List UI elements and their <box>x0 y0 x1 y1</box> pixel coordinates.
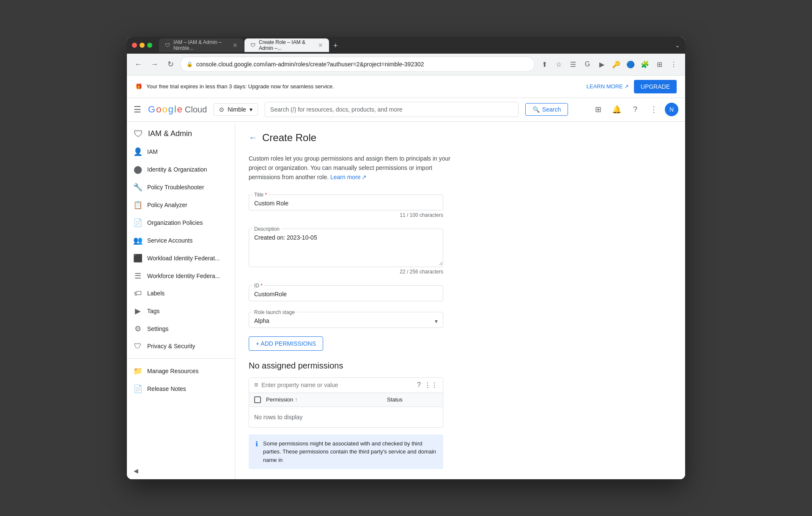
extension-icon1[interactable]: ▶ <box>595 58 608 71</box>
top-nav-right: ⊞ 🔔 ? ⋮ N <box>590 102 678 117</box>
workload-identity-icon: ⬛ <box>134 254 142 263</box>
search-bar-placeholder: Search (/) for resources, docs, products… <box>270 106 403 113</box>
role-launch-stage-fieldset: Role launch stage Alpha Beta General Ava… <box>249 310 443 328</box>
sidebar-item-policy-troubleshooter[interactable]: 🔧 Policy Troubleshooter <box>127 178 231 196</box>
title-input[interactable] <box>249 197 443 210</box>
release-notes-icon: 📄 <box>134 384 142 393</box>
collapse-icon: ◀ <box>134 467 138 474</box>
table-empty-message: No rows to display <box>249 407 443 427</box>
console-icon[interactable]: ⊞ <box>590 102 606 117</box>
select-all-checkbox[interactable] <box>254 396 261 403</box>
back-button[interactable]: ← <box>249 133 257 142</box>
global-search-button[interactable]: 🔍 Search <box>525 103 568 116</box>
tab-create-role-close[interactable]: ✕ <box>318 42 323 48</box>
project-name: Nimble <box>228 106 246 113</box>
top-nav: ☰ Google Cloud ⊙ Nimble ▾ Search (/) for… <box>127 98 685 122</box>
sidebar-title: IAM & Admin <box>148 129 192 138</box>
sidebar-iam-label: IAM <box>147 148 158 155</box>
title-required-star: * <box>265 192 267 198</box>
page-description: Custom roles let you group permissions a… <box>249 154 460 182</box>
tab-create-role-favicon: 🛡 <box>250 42 255 48</box>
learn-more-link[interactable]: LEARN MORE ↗ <box>587 83 629 90</box>
sidebar-item-service-accounts[interactable]: 👥 Service Accounts <box>127 232 231 249</box>
forward-nav-button[interactable]: → <box>148 58 161 71</box>
sidebar-item-workload-identity[interactable]: ⬛ Workload Identity Federat... <box>127 249 231 267</box>
columns-icon[interactable]: ⋮⋮ <box>424 381 438 389</box>
tab-iam-close[interactable]: ✕ <box>233 42 238 48</box>
manage-resources-icon: 📁 <box>134 366 142 376</box>
role-launch-stage-select-wrapper: Alpha Beta General Availability Disabled… <box>249 315 443 328</box>
title-bar: 🛡 IAM – IAM & Admin – Nimble... ✕ 🛡 Crea… <box>127 37 685 54</box>
workforce-identity-icon: ☰ <box>134 271 142 281</box>
project-selector[interactable]: ⊙ Nimble ▾ <box>214 103 258 116</box>
sidebar-item-labels[interactable]: 🏷 Labels <box>127 285 231 302</box>
tab-iam[interactable]: 🛡 IAM – IAM & Admin – Nimble... ✕ <box>159 38 244 52</box>
gift-icon: 🎁 <box>135 83 142 90</box>
tab-create-role[interactable]: 🛡 Create Role – IAM & Admin –... ✕ <box>244 38 329 52</box>
banner-left: 🎁 Your free trial expires in less than 3… <box>135 83 334 90</box>
help-icon[interactable]: ? <box>628 102 643 117</box>
more-options-icon[interactable]: ⋮ <box>667 58 680 71</box>
notifications-icon[interactable]: 🔔 <box>609 102 624 117</box>
extension-icon2[interactable]: 🔑 <box>610 58 623 71</box>
permission-col-label: Permission <box>266 396 293 403</box>
id-field-group: ID * <box>249 283 443 301</box>
sidebar-item-identity-org[interactable]: ⬤ Identity & Organization <box>127 161 231 178</box>
new-tab-button[interactable]: + <box>330 40 341 52</box>
help-tooltip-icon[interactable]: ? <box>417 381 421 389</box>
description-field-legend: Description <box>252 227 281 232</box>
sidebar-item-manage-resources[interactable]: 📁 Manage Resources <box>127 362 231 380</box>
role-launch-stage-select[interactable]: Alpha Beta General Availability Disabled <box>249 315 443 328</box>
add-permissions-button[interactable]: + ADD PERMISSIONS <box>249 336 323 351</box>
sidebar-item-org-policies[interactable]: 📄 Organization Policies <box>127 214 231 232</box>
user-avatar[interactable]: N <box>665 103 678 116</box>
role-launch-stage-legend: Role launch stage <box>252 310 296 315</box>
learn-more-link[interactable]: Learn more ↗ <box>330 172 367 182</box>
url-bar[interactable]: 🔒 console.cloud.google.com/iam-admin/rol… <box>180 57 535 72</box>
traffic-lights <box>132 43 152 48</box>
description-textarea[interactable]: Created on: 2023-10-05 <box>249 232 443 265</box>
close-button[interactable] <box>132 43 137 48</box>
sidebar-collapse-button[interactable]: ◀ <box>127 462 235 479</box>
org-policies-icon: 📄 <box>134 218 142 227</box>
policy-troubleshooter-icon: 🔧 <box>134 183 142 192</box>
upgrade-button[interactable]: UPGRADE <box>634 80 677 93</box>
sidebar-org-policies-label: Organization Policies <box>147 219 203 226</box>
global-search-bar[interactable]: Search (/) for resources, docs, products… <box>265 102 518 117</box>
policy-analyzer-icon: 📋 <box>134 200 142 210</box>
sidebar-item-iam[interactable]: 👤 IAM <box>127 143 231 161</box>
sidebar-item-settings[interactable]: ⚙ Settings <box>127 320 231 338</box>
content-area: ← Create Role Custom roles let you group… <box>235 122 685 480</box>
sidebar-item-workforce-identity[interactable]: ☰ Workforce Identity Federa... <box>127 267 231 285</box>
extensions-icon[interactable]: 🧩 <box>639 58 651 71</box>
filter-input[interactable] <box>261 382 414 388</box>
reload-nav-button[interactable]: ↻ <box>164 58 177 71</box>
sidebar-service-accounts-label: Service Accounts <box>147 237 192 244</box>
sidebar-item-policy-analyzer[interactable]: 📋 Policy Analyzer <box>127 196 231 214</box>
id-input[interactable] <box>249 288 443 301</box>
tab-search-icon[interactable]: ☰ <box>567 58 579 71</box>
maximize-button[interactable] <box>147 43 152 48</box>
url-text: console.cloud.google.com/iam-admin/roles… <box>196 61 424 68</box>
sidebar-item-release-notes[interactable]: 📄 Release Notes <box>127 380 231 398</box>
sidebar-divider <box>127 358 235 359</box>
back-nav-button[interactable]: ← <box>132 58 145 71</box>
minimize-button[interactable] <box>140 43 145 48</box>
extension-icon3[interactable]: 🔵 <box>624 58 637 71</box>
banner-actions: LEARN MORE ↗ UPGRADE <box>587 80 677 93</box>
settings-dots-icon[interactable]: ⋮ <box>646 102 661 117</box>
sort-icon[interactable]: ↑ <box>295 397 297 403</box>
title-field-label: Title <box>254 192 263 198</box>
sidebar-item-tags[interactable]: ▶ Tags <box>127 302 231 320</box>
share-icon[interactable]: ⬆ <box>538 58 551 71</box>
table-header: Permission ↑ Status <box>249 393 443 407</box>
title-fieldset: Title * <box>249 192 443 210</box>
tabs-chevron-icon[interactable]: ⌄ <box>675 42 680 49</box>
hamburger-menu-icon[interactable]: ☰ <box>134 104 141 115</box>
search-button-label: Search <box>542 106 561 113</box>
identity-org-icon: ⬤ <box>134 165 142 174</box>
bookmark-icon[interactable]: ☆ <box>552 58 565 71</box>
translate-icon[interactable]: G <box>581 58 594 71</box>
sidebar-item-privacy-security[interactable]: 🛡 Privacy & Security <box>127 338 231 355</box>
profile-icon[interactable]: ⊞ <box>653 58 666 71</box>
